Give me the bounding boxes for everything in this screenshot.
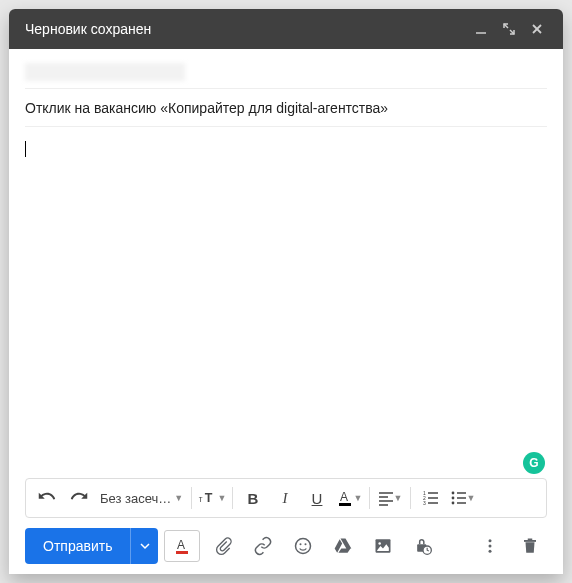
minimize-icon bbox=[474, 22, 488, 36]
redo-icon bbox=[70, 489, 88, 507]
grammarly-icon: G bbox=[529, 456, 538, 470]
format-toolbar: Без засеч… ▼ тT ▼ B I U A ▼ ▼ 123 bbox=[25, 478, 547, 518]
numbered-list-icon: 123 bbox=[423, 490, 439, 506]
font-family-select[interactable]: Без засеч… ▼ bbox=[96, 491, 186, 506]
separator bbox=[369, 487, 370, 509]
link-icon bbox=[253, 536, 273, 556]
recipient-redacted bbox=[25, 63, 185, 81]
separator bbox=[232, 487, 233, 509]
lock-clock-icon bbox=[413, 536, 433, 556]
chevron-down-icon: ▼ bbox=[467, 493, 476, 503]
chevron-down-icon: ▼ bbox=[174, 493, 183, 503]
svg-point-31 bbox=[379, 542, 382, 545]
image-icon bbox=[373, 536, 393, 556]
emoji-icon bbox=[293, 536, 313, 556]
svg-rect-8 bbox=[339, 503, 351, 506]
discard-draft-button[interactable] bbox=[513, 529, 547, 563]
recipient-row[interactable] bbox=[25, 55, 547, 89]
underline-icon: U bbox=[312, 490, 323, 507]
minimize-button[interactable] bbox=[467, 15, 495, 43]
trash-icon bbox=[521, 537, 539, 555]
headers-area bbox=[9, 49, 563, 127]
svg-text:A: A bbox=[340, 490, 348, 504]
close-button[interactable] bbox=[523, 15, 551, 43]
svg-text:т: т bbox=[198, 494, 202, 504]
svg-point-35 bbox=[489, 545, 492, 548]
svg-point-21 bbox=[451, 502, 454, 505]
text-cursor bbox=[25, 141, 26, 157]
chevron-down-icon bbox=[140, 541, 150, 551]
subject-input[interactable] bbox=[25, 100, 547, 116]
svg-text:A: A bbox=[177, 538, 185, 552]
separator bbox=[410, 487, 411, 509]
expand-icon bbox=[502, 22, 516, 36]
send-button[interactable]: Отправить bbox=[25, 528, 130, 564]
svg-point-20 bbox=[451, 497, 454, 500]
text-format-icon: A bbox=[173, 537, 191, 555]
more-options-button[interactable] bbox=[473, 529, 507, 563]
separator bbox=[191, 487, 192, 509]
italic-icon: I bbox=[283, 490, 288, 507]
chevron-down-icon: ▼ bbox=[394, 493, 403, 503]
text-color-button[interactable]: A ▼ bbox=[334, 483, 364, 513]
svg-text:3: 3 bbox=[423, 500, 426, 506]
align-left-icon bbox=[378, 490, 394, 506]
send-group: Отправить bbox=[25, 528, 158, 564]
message-body[interactable]: G bbox=[9, 127, 563, 478]
paperclip-icon bbox=[213, 536, 233, 556]
titlebar: Черновик сохранен bbox=[9, 9, 563, 49]
undo-button[interactable] bbox=[32, 483, 62, 513]
redo-button[interactable] bbox=[64, 483, 94, 513]
more-vert-icon bbox=[481, 537, 499, 555]
formatting-toggle-button[interactable]: A bbox=[164, 530, 200, 562]
bullet-list-icon bbox=[451, 490, 467, 506]
svg-rect-26 bbox=[176, 551, 188, 554]
svg-point-29 bbox=[305, 543, 307, 545]
bold-icon: B bbox=[248, 490, 259, 507]
svg-point-27 bbox=[296, 539, 311, 554]
chevron-down-icon: ▼ bbox=[354, 493, 363, 503]
text-color-icon: A bbox=[336, 489, 354, 507]
svg-rect-38 bbox=[528, 539, 533, 541]
attach-file-button[interactable] bbox=[206, 529, 240, 563]
insert-photo-button[interactable] bbox=[366, 529, 400, 563]
svg-text:T: T bbox=[204, 491, 212, 505]
svg-point-19 bbox=[451, 492, 454, 495]
grammarly-badge[interactable]: G bbox=[523, 452, 545, 474]
svg-point-28 bbox=[300, 543, 302, 545]
insert-drive-button[interactable] bbox=[326, 529, 360, 563]
insert-emoji-button[interactable] bbox=[286, 529, 320, 563]
numbered-list-button[interactable]: 123 bbox=[416, 483, 446, 513]
bottom-bar: Отправить A bbox=[9, 518, 563, 574]
font-size-button[interactable]: тT ▼ bbox=[197, 483, 227, 513]
fullscreen-button[interactable] bbox=[495, 15, 523, 43]
svg-point-36 bbox=[489, 550, 492, 553]
chevron-down-icon: ▼ bbox=[218, 493, 227, 503]
underline-button[interactable]: U bbox=[302, 483, 332, 513]
close-icon bbox=[530, 22, 544, 36]
font-size-icon: тT bbox=[198, 489, 218, 507]
send-options-button[interactable] bbox=[130, 528, 158, 564]
window-title: Черновик сохранен bbox=[25, 21, 467, 37]
bold-button[interactable]: B bbox=[238, 483, 268, 513]
confidential-mode-button[interactable] bbox=[406, 529, 440, 563]
drive-icon bbox=[333, 536, 353, 556]
align-button[interactable]: ▼ bbox=[375, 483, 405, 513]
svg-point-34 bbox=[489, 539, 492, 542]
font-family-label: Без засеч… bbox=[100, 491, 171, 506]
insert-link-button[interactable] bbox=[246, 529, 280, 563]
italic-button[interactable]: I bbox=[270, 483, 300, 513]
undo-icon bbox=[38, 489, 56, 507]
subject-row bbox=[25, 89, 547, 127]
bullet-list-button[interactable]: ▼ bbox=[448, 483, 478, 513]
compose-window: Черновик сохранен G Без засе bbox=[9, 9, 563, 574]
